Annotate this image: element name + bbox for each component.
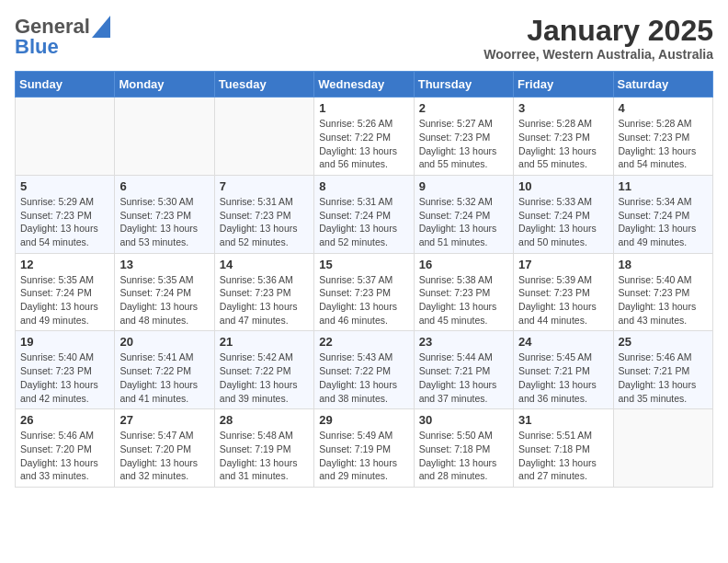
- day-info: Sunrise: 5:44 AM Sunset: 7:21 PM Dayligh…: [419, 350, 508, 405]
- day-info: Sunrise: 5:28 AM Sunset: 7:23 PM Dayligh…: [518, 117, 608, 171]
- day-info: Sunrise: 5:34 AM Sunset: 7:24 PM Dayligh…: [619, 195, 708, 249]
- logo: General Blue: [15, 15, 110, 59]
- calendar-cell: 6Sunrise: 5:30 AM Sunset: 7:23 PM Daylig…: [115, 175, 214, 253]
- calendar-cell: 19Sunrise: 5:40 AM Sunset: 7:23 PM Dayli…: [16, 331, 115, 409]
- calendar-week-row: 5Sunrise: 5:29 AM Sunset: 7:23 PM Daylig…: [16, 175, 713, 253]
- calendar-cell: 1Sunrise: 5:26 AM Sunset: 7:22 PM Daylig…: [314, 98, 414, 176]
- day-of-week-header: Wednesday: [314, 72, 414, 98]
- day-number: 13: [119, 258, 209, 271]
- day-number: 12: [20, 258, 109, 271]
- calendar-week-row: 19Sunrise: 5:40 AM Sunset: 7:23 PM Dayli…: [16, 331, 713, 409]
- calendar-cell: 11Sunrise: 5:34 AM Sunset: 7:24 PM Dayli…: [613, 175, 712, 253]
- day-number: 21: [220, 335, 309, 349]
- calendar-cell: 13Sunrise: 5:35 AM Sunset: 7:24 PM Dayli…: [115, 253, 214, 331]
- month-title: January 2025: [483, 15, 713, 47]
- day-number: 29: [319, 413, 408, 427]
- calendar-cell: [16, 98, 115, 176]
- svg-marker-0: [92, 16, 110, 38]
- calendar-cell: 26Sunrise: 5:46 AM Sunset: 7:20 PM Dayli…: [16, 409, 115, 488]
- calendar-week-row: 26Sunrise: 5:46 AM Sunset: 7:20 PM Dayli…: [16, 409, 713, 488]
- calendar-header-row: SundayMondayTuesdayWednesdayThursdayFrid…: [16, 72, 713, 98]
- day-info: Sunrise: 5:46 AM Sunset: 7:21 PM Dayligh…: [619, 350, 708, 405]
- calendar-cell: 7Sunrise: 5:31 AM Sunset: 7:23 PM Daylig…: [214, 175, 313, 253]
- day-number: 30: [419, 413, 508, 427]
- day-of-week-header: Friday: [514, 72, 613, 98]
- day-number: 5: [20, 179, 109, 193]
- day-info: Sunrise: 5:31 AM Sunset: 7:24 PM Dayligh…: [319, 195, 408, 249]
- calendar-cell: 28Sunrise: 5:48 AM Sunset: 7:19 PM Dayli…: [214, 409, 313, 488]
- calendar-cell: 20Sunrise: 5:41 AM Sunset: 7:22 PM Dayli…: [115, 331, 214, 409]
- calendar-cell: 17Sunrise: 5:39 AM Sunset: 7:23 PM Dayli…: [514, 253, 613, 331]
- title-area: January 2025 Woorree, Western Australia,…: [483, 15, 713, 62]
- calendar-cell: 25Sunrise: 5:46 AM Sunset: 7:21 PM Dayli…: [613, 331, 712, 409]
- calendar-cell: 2Sunrise: 5:27 AM Sunset: 7:23 PM Daylig…: [414, 98, 513, 176]
- calendar-cell: [115, 98, 214, 176]
- day-info: Sunrise: 5:29 AM Sunset: 7:23 PM Dayligh…: [20, 195, 109, 249]
- calendar-cell: 29Sunrise: 5:49 AM Sunset: 7:19 PM Dayli…: [314, 409, 414, 488]
- calendar-cell: 31Sunrise: 5:51 AM Sunset: 7:18 PM Dayli…: [514, 409, 613, 488]
- calendar-cell: 22Sunrise: 5:43 AM Sunset: 7:22 PM Dayli…: [314, 331, 414, 409]
- day-number: 1: [319, 101, 408, 115]
- calendar-cell: 30Sunrise: 5:50 AM Sunset: 7:18 PM Dayli…: [414, 409, 513, 488]
- calendar-cell: [613, 409, 712, 488]
- calendar-cell: 27Sunrise: 5:47 AM Sunset: 7:20 PM Dayli…: [115, 409, 214, 488]
- day-info: Sunrise: 5:26 AM Sunset: 7:22 PM Dayligh…: [319, 117, 408, 171]
- day-info: Sunrise: 5:41 AM Sunset: 7:22 PM Dayligh…: [119, 350, 209, 405]
- day-of-week-header: Thursday: [414, 72, 513, 98]
- calendar-cell: 4Sunrise: 5:28 AM Sunset: 7:23 PM Daylig…: [613, 98, 712, 176]
- calendar-week-row: 12Sunrise: 5:35 AM Sunset: 7:24 PM Dayli…: [16, 253, 713, 331]
- calendar-cell: [214, 98, 313, 176]
- day-info: Sunrise: 5:45 AM Sunset: 7:21 PM Dayligh…: [518, 350, 608, 405]
- day-number: 14: [220, 258, 309, 271]
- day-info: Sunrise: 5:28 AM Sunset: 7:23 PM Dayligh…: [619, 117, 708, 171]
- day-info: Sunrise: 5:42 AM Sunset: 7:22 PM Dayligh…: [220, 350, 309, 405]
- day-number: 20: [119, 335, 209, 349]
- logo-blue: Blue: [15, 35, 59, 59]
- day-of-week-header: Monday: [115, 72, 214, 98]
- calendar-cell: 18Sunrise: 5:40 AM Sunset: 7:23 PM Dayli…: [613, 253, 712, 331]
- day-number: 23: [419, 335, 508, 349]
- day-number: 6: [119, 179, 209, 193]
- day-number: 22: [319, 335, 408, 349]
- calendar-cell: 16Sunrise: 5:38 AM Sunset: 7:23 PM Dayli…: [414, 253, 513, 331]
- day-number: 27: [119, 413, 209, 427]
- day-info: Sunrise: 5:30 AM Sunset: 7:23 PM Dayligh…: [119, 195, 209, 249]
- day-info: Sunrise: 5:51 AM Sunset: 7:18 PM Dayligh…: [518, 429, 608, 483]
- day-info: Sunrise: 5:37 AM Sunset: 7:23 PM Dayligh…: [319, 273, 408, 327]
- day-info: Sunrise: 5:40 AM Sunset: 7:23 PM Dayligh…: [20, 350, 109, 405]
- day-info: Sunrise: 5:36 AM Sunset: 7:23 PM Dayligh…: [220, 273, 309, 327]
- calendar-cell: 8Sunrise: 5:31 AM Sunset: 7:24 PM Daylig…: [314, 175, 414, 253]
- day-number: 3: [518, 101, 608, 115]
- calendar-week-row: 1Sunrise: 5:26 AM Sunset: 7:22 PM Daylig…: [16, 98, 713, 176]
- day-number: 9: [419, 179, 508, 193]
- day-number: 24: [518, 335, 608, 349]
- day-number: 17: [518, 258, 608, 271]
- day-info: Sunrise: 5:31 AM Sunset: 7:23 PM Dayligh…: [220, 195, 309, 249]
- calendar-cell: 23Sunrise: 5:44 AM Sunset: 7:21 PM Dayli…: [414, 331, 513, 409]
- page-header: General Blue January 2025 Woorree, Weste…: [15, 15, 713, 62]
- day-info: Sunrise: 5:47 AM Sunset: 7:20 PM Dayligh…: [119, 429, 209, 483]
- day-info: Sunrise: 5:39 AM Sunset: 7:23 PM Dayligh…: [518, 273, 608, 327]
- day-number: 19: [20, 335, 109, 349]
- calendar-cell: 14Sunrise: 5:36 AM Sunset: 7:23 PM Dayli…: [214, 253, 313, 331]
- day-info: Sunrise: 5:27 AM Sunset: 7:23 PM Dayligh…: [419, 117, 508, 171]
- day-info: Sunrise: 5:38 AM Sunset: 7:23 PM Dayligh…: [419, 273, 508, 327]
- day-number: 16: [419, 258, 508, 271]
- calendar-cell: 12Sunrise: 5:35 AM Sunset: 7:24 PM Dayli…: [16, 253, 115, 331]
- calendar-table: SundayMondayTuesdayWednesdayThursdayFrid…: [15, 71, 713, 488]
- calendar-cell: 24Sunrise: 5:45 AM Sunset: 7:21 PM Dayli…: [514, 331, 613, 409]
- calendar-cell: 21Sunrise: 5:42 AM Sunset: 7:22 PM Dayli…: [214, 331, 313, 409]
- day-of-week-header: Saturday: [613, 72, 712, 98]
- day-number: 7: [220, 179, 309, 193]
- day-number: 18: [619, 258, 708, 271]
- day-number: 4: [619, 101, 708, 115]
- calendar-cell: 10Sunrise: 5:33 AM Sunset: 7:24 PM Dayli…: [514, 175, 613, 253]
- day-info: Sunrise: 5:33 AM Sunset: 7:24 PM Dayligh…: [518, 195, 608, 249]
- day-number: 28: [220, 413, 309, 427]
- day-info: Sunrise: 5:50 AM Sunset: 7:18 PM Dayligh…: [419, 429, 508, 483]
- day-info: Sunrise: 5:35 AM Sunset: 7:24 PM Dayligh…: [20, 273, 109, 327]
- day-info: Sunrise: 5:40 AM Sunset: 7:23 PM Dayligh…: [619, 273, 708, 327]
- day-info: Sunrise: 5:46 AM Sunset: 7:20 PM Dayligh…: [20, 429, 109, 483]
- day-info: Sunrise: 5:43 AM Sunset: 7:22 PM Dayligh…: [319, 350, 408, 405]
- day-info: Sunrise: 5:35 AM Sunset: 7:24 PM Dayligh…: [119, 273, 209, 327]
